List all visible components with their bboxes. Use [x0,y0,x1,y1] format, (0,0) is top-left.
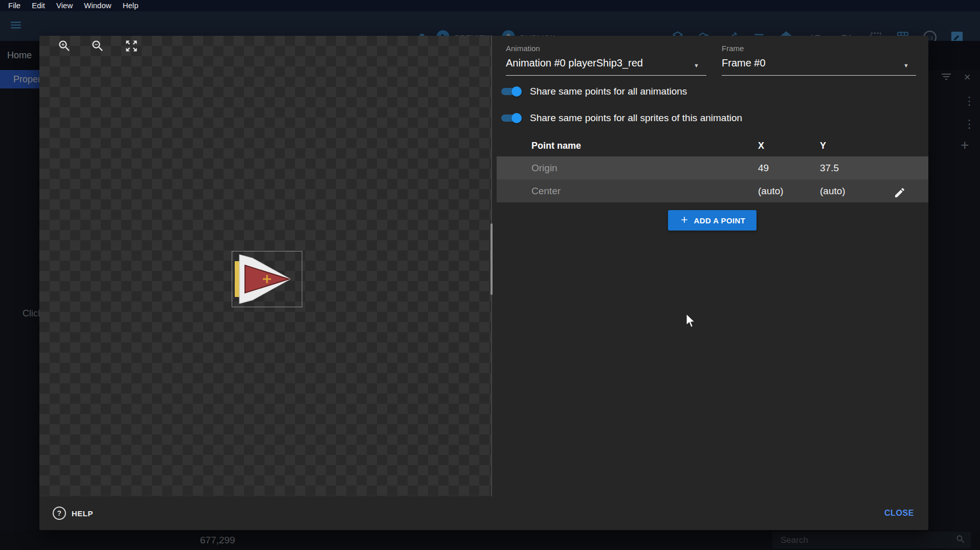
toggle-thumb [511,86,522,97]
app-window: File Edit View Window Help PREVIEW [0,0,980,550]
point-row-origin[interactable]: Origin 49 37.5 [497,156,928,179]
add-point-button[interactable]: ADD A POINT [668,210,756,231]
menu-edit[interactable]: Edit [26,0,51,11]
frame-select-label: Frame [722,44,916,53]
help-button[interactable]: ? HELP [53,507,93,520]
add-point-label: ADD A POINT [694,216,746,225]
zoom-out-icon [91,39,105,55]
point-x-value: 49 [758,156,769,179]
chevron-down-icon: ▼ [903,62,909,68]
zoom-in-button[interactable] [53,36,76,58]
frame-select[interactable]: Frame Frame #0 ▼ [722,44,916,76]
sprite-canvas[interactable] [39,36,491,496]
point-y-value: (auto) [820,179,845,202]
point-y-value: 37.5 [820,156,839,179]
menu-view[interactable]: View [51,0,78,11]
sprite-frame[interactable] [232,251,302,307]
point-x-value: (auto) [758,179,784,202]
zoom-out-button[interactable] [86,36,109,58]
help-icon: ? [53,507,66,520]
header-x: X [758,141,764,151]
expand-icon [124,39,139,55]
edit-points-dialog: Animation Animation #0 playerShip3_red ▼… [39,36,928,530]
pencil-icon [894,184,906,207]
help-glyph: ? [57,509,61,517]
header-y: Y [820,141,826,151]
animation-select-value: Animation #0 playerShip3_red [506,57,706,69]
menu-help[interactable]: Help [117,0,144,11]
menubar: File Edit View Window Help [0,0,980,11]
points-table-header: Point name X Y [497,137,928,156]
fit-to-screen-button[interactable] [120,36,143,58]
plus-icon [679,215,689,226]
menu-file[interactable]: File [3,0,26,11]
edit-center-point-button[interactable] [893,184,907,198]
point-name: Center [531,179,561,202]
scrollbar-thumb[interactable] [491,223,493,295]
chevron-down-icon: ▼ [694,62,699,68]
frame-select-value: Frame #0 [722,57,916,69]
animation-select-label: Animation [506,44,706,53]
animation-select[interactable]: Animation Animation #0 playerShip3_red ▼ [506,44,706,76]
menu-window[interactable]: Window [78,0,117,11]
point-name: Origin [531,156,558,179]
share-all-sprites-toggle[interactable] [500,112,522,124]
zoom-in-icon [57,39,72,55]
toggle-thumb [511,113,522,123]
share-points-all-sprites-row: Share same points for all sprites of thi… [500,110,742,126]
header-point-name: Point name [531,141,581,151]
player-ship-sprite [232,251,302,307]
share-all-sprites-label: Share same points for all sprites of thi… [530,112,742,124]
share-points-all-animations-row: Share same points for all animations [500,84,687,99]
dialog-footer: ? HELP CLOSE [39,496,928,530]
point-row-center[interactable]: Center (auto) (auto) [497,179,928,202]
share-all-animations-label: Share same points for all animations [530,86,687,97]
share-all-animations-toggle[interactable] [500,85,522,98]
help-label: HELP [72,509,93,518]
close-button[interactable]: CLOSE [881,508,917,518]
